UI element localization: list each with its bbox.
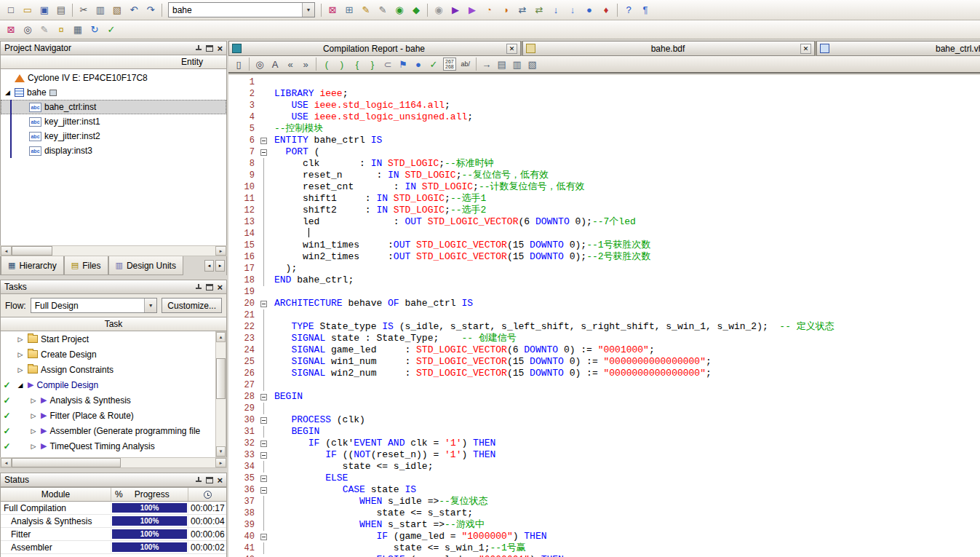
expander-icon[interactable]: ▷ [16, 351, 25, 358]
project-tree[interactable]: Cyclone IV E: EP4CE10F17C8◢baheabcbahe_c… [0, 69, 227, 245]
expander-icon[interactable]: ▷ [29, 412, 38, 419]
open-project-icon[interactable]: ▭ [20, 3, 36, 17]
tab-hierarchy[interactable]: ▦Hierarchy [1, 256, 64, 275]
book-icon[interactable]: ▧ [525, 57, 540, 71]
scroll-right-icon[interactable]: ▸ [215, 246, 226, 256]
pencil-icon[interactable]: ✎ [375, 3, 391, 17]
help-icon[interactable]: ? [621, 3, 637, 17]
print-icon[interactable]: ▤ [53, 3, 69, 17]
tech-map-viewer-icon[interactable]: ⇄ [531, 3, 547, 17]
code-line[interactable]: 4 USE ieee.std_logic_unsigned.all; [228, 111, 980, 123]
code-line[interactable]: 40 IF (game_led = "1000000") THEN [228, 531, 980, 542]
scroll-thumb[interactable] [12, 458, 121, 467]
code-line[interactable]: 9 reset_n : IN STD_LOGIC;--复位信号，低有效 [228, 170, 980, 181]
select-tool-icon[interactable]: ⊠ [3, 23, 19, 37]
code-line[interactable]: 30 PROCESS (clk) [228, 414, 980, 426]
copy-icon[interactable]: ▥ [92, 3, 108, 17]
pin-icon[interactable] [195, 44, 202, 52]
refresh-icon[interactable]: ↻ [87, 23, 103, 37]
code-line[interactable]: 38 state <= s_start; [228, 507, 980, 519]
scroll-left-icon[interactable]: ◂ [1, 458, 12, 467]
cut-icon[interactable]: ✂ [76, 3, 92, 17]
fold-toggle-icon[interactable] [258, 473, 270, 484]
code-line[interactable]: 24 SIGNAL game_led : STD_LOGIC_VECTOR(6 … [228, 344, 980, 356]
close-icon[interactable]: ✕ [506, 44, 517, 54]
code-line[interactable]: 19 [228, 286, 980, 298]
pin-icon[interactable] [195, 283, 202, 291]
grid-icon[interactable]: ▦ [70, 23, 86, 37]
code-line[interactable]: 29 [228, 403, 980, 414]
scroll-thumb[interactable] [216, 358, 226, 399]
code-line[interactable]: 21 [228, 309, 980, 321]
tree-item[interactable]: abckey_jitter:inst2 [1, 129, 226, 143]
expander-icon[interactable]: ▷ [29, 427, 38, 435]
scroll-up-icon[interactable]: ▴ [216, 332, 226, 342]
code-line[interactable]: 25 SIGNAL win1_num : STD_LOGIC_VECTOR(15… [228, 356, 980, 368]
scroll-thumb[interactable] [12, 246, 52, 256]
code-line[interactable]: 23 SIGNAL state : State_Type; -- 创建信号 [228, 333, 980, 344]
tree-item[interactable]: ◢bahe [1, 85, 226, 100]
timequest-icon[interactable]: ◔ [481, 3, 497, 17]
tree-item[interactable]: Cyclone IV E: EP4CE10F17C8 [1, 71, 226, 85]
fold-toggle-icon[interactable] [258, 391, 270, 403]
code-line[interactable]: 32 IF (clk'EVENT AND clk = '1') THEN [228, 438, 980, 449]
task-row[interactable]: ✓▷▶TimeQuest Timing Analysis [1, 438, 226, 454]
breakpoint-icon[interactable]: ● [411, 57, 426, 71]
split-icon[interactable]: ▥ [510, 57, 525, 71]
scroll-right-icon[interactable]: ▸ [215, 458, 226, 467]
expander-icon[interactable]: ◢ [16, 382, 25, 389]
code-line[interactable]: 1 [228, 76, 980, 88]
brace-close-icon[interactable]: } [365, 57, 380, 71]
close-icon[interactable]: × [217, 44, 223, 52]
task-row[interactable]: ✓▷▶Fitter (Place & Route) [1, 408, 226, 423]
task-row[interactable]: ▷Create Design [1, 347, 226, 362]
attach-icon[interactable]: ⊂ [381, 57, 395, 71]
expander-icon[interactable]: ▷ [16, 366, 25, 374]
feedback-icon[interactable]: ¶ [637, 3, 653, 17]
paste-icon[interactable]: ▧ [109, 3, 125, 17]
code-line[interactable]: 3 USE ieee.std_logic_1164.all; [228, 100, 980, 111]
expander-icon[interactable]: ▷ [29, 443, 38, 450]
fold-toggle-icon[interactable] [258, 414, 270, 426]
code-line[interactable]: 17 ); [228, 263, 980, 274]
customize-button[interactable]: Customize... [162, 298, 222, 313]
find-icon[interactable]: ◎ [252, 57, 267, 71]
code-line[interactable]: 2LIBRARY ieee; [228, 88, 980, 100]
chevron-down-icon[interactable]: ▼ [302, 3, 314, 17]
start-compilation-icon[interactable]: ▶ [447, 3, 463, 17]
undo-icon[interactable]: ↶ [126, 3, 142, 17]
save-icon[interactable]: ▣ [36, 3, 52, 17]
task-list[interactable]: ▷Start Project▷Create Design▷Assign Cons… [0, 331, 227, 457]
cursor-icon[interactable]: ▯ [231, 57, 246, 71]
code-line[interactable]: 8 clk : IN STD_LOGIC;--标准时钟 [228, 158, 980, 170]
synthesis-icon[interactable]: ◉ [391, 3, 407, 17]
fold-toggle-icon[interactable] [258, 146, 270, 158]
comment-icon[interactable]: ( [319, 57, 334, 71]
code-line[interactable]: 37 WHEN s_idle =>--复位状态 [228, 496, 980, 507]
fold-toggle-icon[interactable] [258, 484, 270, 496]
task-row[interactable]: ▷Assign Constraints [1, 362, 226, 377]
code-line[interactable]: 42 ELSIF (game_led = "0000001") THEN [228, 554, 980, 557]
pin-planner-icon[interactable]: ⊞ [341, 3, 357, 17]
document-tab[interactable]: Compilation Report - bahe✕ [228, 41, 521, 56]
code-line[interactable]: 36 CASE state IS [228, 484, 980, 496]
redo-icon[interactable]: ↷ [143, 3, 159, 17]
fold-toggle-icon[interactable] [258, 135, 270, 146]
code-line[interactable]: 10 reset_cnt : IN STD_LOGIC;--计数复位信号，低有效 [228, 181, 980, 193]
expander-icon[interactable]: ▷ [16, 336, 25, 343]
scroll-left-icon[interactable]: ◂ [1, 246, 12, 256]
fold-toggle-icon[interactable] [258, 449, 270, 461]
scroll-down-icon[interactable]: ▾ [216, 446, 226, 457]
task-row[interactable]: ✓▷▶Analysis & Synthesis [1, 392, 226, 408]
code-line[interactable]: 31 BEGIN [228, 426, 980, 438]
brace-open-icon[interactable]: { [350, 57, 364, 71]
new-file-icon[interactable]: □ [3, 3, 19, 17]
code-line[interactable]: 16 win2_times :OUT STD_LOGIC_VECTOR(15 D… [228, 251, 980, 263]
pin-icon[interactable] [195, 476, 202, 484]
timing-analyzer-icon[interactable]: ◑ [498, 3, 514, 17]
code-line[interactable]: 13 led : OUT STD_LOGIC_VECTOR(6 DOWNTO 0… [228, 216, 980, 228]
code-line[interactable]: 11 shift1 : IN STD_LOGIC;--选手1 [228, 193, 980, 205]
task-row[interactable]: ✓◢▶Compile Design [1, 377, 226, 392]
key-icon[interactable]: ¤ [53, 23, 69, 37]
code-line[interactable]: 6ENTITY bahe_ctrl IS [228, 135, 980, 146]
